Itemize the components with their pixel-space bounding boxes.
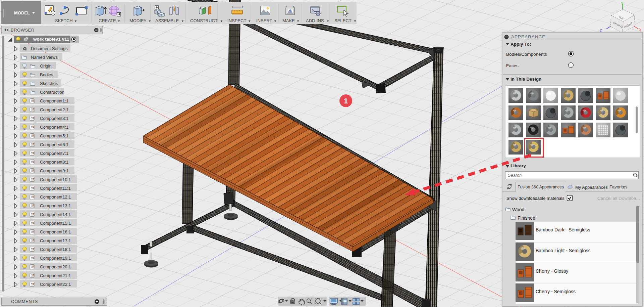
svg-text:▼: ▼ (248, 19, 251, 23)
svg-text:Y: Y (621, 1, 624, 5)
svg-text:▼: ▼ (181, 19, 184, 23)
svg-text:CONSTRUCT: CONSTRUCT (190, 18, 218, 23)
svg-text:ASSEMBLE: ASSEMBLE (155, 18, 179, 23)
svg-text:▼: ▼ (354, 19, 357, 23)
svg-text:INSPECT: INSPECT (227, 18, 246, 23)
svg-text:MAKE: MAKE (282, 18, 295, 23)
svg-text:▼: ▼ (148, 19, 151, 23)
svg-text:1: 1 (344, 97, 348, 105)
svg-text:ADD-INS: ADD-INS (306, 18, 324, 23)
svg-text:SELECT: SELECT (334, 18, 352, 23)
svg-text:CREATE: CREATE (99, 18, 116, 23)
svg-text:▼: ▼ (297, 19, 300, 23)
svg-text:SKETCH: SKETCH (55, 18, 73, 23)
svg-text:MODIFY: MODIFY (129, 18, 147, 23)
svg-text:▼: ▼ (220, 19, 223, 23)
svg-text:X: X (639, 28, 642, 32)
svg-text:▼: ▼ (326, 19, 329, 23)
svg-text:▼: ▼ (117, 19, 120, 23)
svg-text:INSERT: INSERT (256, 18, 272, 23)
svg-text:▼: ▼ (274, 19, 277, 23)
svg-text:▼: ▼ (74, 19, 77, 23)
